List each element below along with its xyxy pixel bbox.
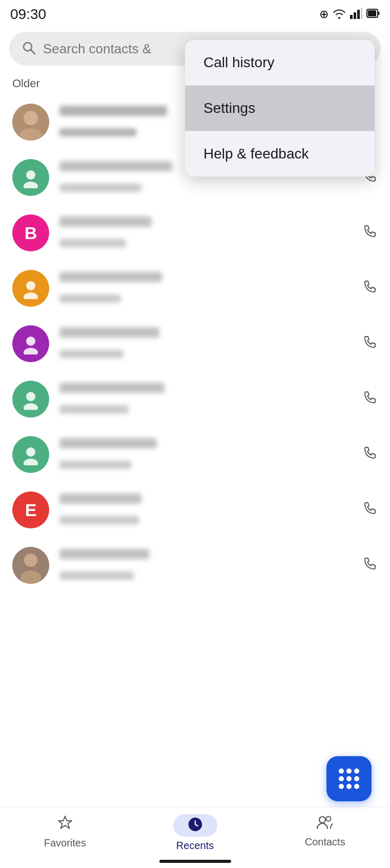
dropdown-item-settings[interactable]: Settings <box>185 86 375 131</box>
location-icon: ⊕ <box>319 8 329 21</box>
avatar: B <box>12 214 49 251</box>
avatar <box>12 159 49 196</box>
contact-name <box>59 327 159 338</box>
avatar <box>12 270 49 307</box>
contact-time <box>59 571 134 580</box>
contact-time <box>59 516 139 524</box>
svg-point-17 <box>24 348 38 354</box>
call-icon[interactable] <box>362 224 378 243</box>
dialpad-grid-icon <box>339 768 359 789</box>
nav-label-recents: Recents <box>176 840 214 852</box>
svg-point-31 <box>326 817 331 821</box>
svg-marker-25 <box>58 816 72 828</box>
contact-time <box>59 405 129 413</box>
svg-point-13 <box>24 182 38 188</box>
call-icon[interactable] <box>362 556 378 575</box>
contact-name <box>59 383 165 393</box>
nav-item-favorites[interactable]: Favorites <box>0 814 130 849</box>
status-bar: 09:30 ⊕ <box>0 0 390 27</box>
contact-info <box>59 549 362 582</box>
svg-rect-6 <box>378 12 380 15</box>
svg-rect-0 <box>350 15 353 19</box>
avatar <box>12 436 49 473</box>
svg-point-19 <box>24 403 38 410</box>
svg-point-21 <box>24 459 38 465</box>
nav-item-recents[interactable]: Recents <box>130 814 260 852</box>
contact-time <box>59 294 121 303</box>
nav-item-contacts[interactable]: Contacts <box>260 814 390 848</box>
list-item[interactable]: E <box>0 482 390 538</box>
dropdown-item-call-history[interactable]: Call history <box>185 40 375 86</box>
contact-name <box>59 438 157 448</box>
dropdown-menu: Call history Settings Help & feedback <box>185 40 375 176</box>
avatar <box>12 104 49 141</box>
avatar <box>12 325 49 362</box>
list-item[interactable] <box>0 538 390 593</box>
contacts-icon <box>316 814 334 833</box>
call-icon[interactable] <box>362 390 378 409</box>
svg-point-10 <box>24 111 38 125</box>
svg-rect-5 <box>368 10 376 16</box>
contact-time <box>59 239 126 247</box>
list-item[interactable]: B <box>0 205 390 261</box>
contact-name <box>59 161 172 171</box>
svg-point-12 <box>26 170 35 180</box>
list-item[interactable] <box>0 261 390 316</box>
contact-info <box>59 272 362 305</box>
contact-time <box>59 128 136 136</box>
contact-name <box>59 549 149 559</box>
contact-info <box>59 216 362 249</box>
contact-info <box>59 494 362 526</box>
wifi-icon <box>333 8 346 21</box>
nav-label-contacts: Contacts <box>305 836 345 848</box>
svg-rect-2 <box>357 10 360 19</box>
battery-icon <box>366 8 380 21</box>
svg-line-8 <box>31 50 35 54</box>
dropdown-item-help-feedback[interactable]: Help & feedback <box>185 131 375 176</box>
search-icon <box>22 41 36 57</box>
contact-info <box>59 327 362 360</box>
contact-name <box>59 216 152 227</box>
svg-point-15 <box>24 292 38 299</box>
list-item[interactable] <box>0 427 390 482</box>
svg-point-30 <box>319 817 325 823</box>
bottom-nav: Favorites Recents Contacts <box>0 806 390 868</box>
contact-time <box>59 350 124 358</box>
dialpad-fab[interactable] <box>326 756 372 801</box>
avatar <box>12 381 49 418</box>
contact-info <box>59 383 362 416</box>
contact-time <box>59 184 141 192</box>
svg-point-23 <box>24 554 37 567</box>
signal-icon <box>350 8 362 21</box>
status-time: 09:30 <box>10 6 46 23</box>
svg-point-14 <box>26 281 35 290</box>
call-icon[interactable] <box>362 445 378 464</box>
svg-point-18 <box>26 392 35 401</box>
contact-name <box>59 106 167 116</box>
home-indicator <box>159 860 231 863</box>
avatar <box>12 547 49 584</box>
search-input-placeholder: Search contacts & <box>43 41 151 57</box>
contact-name <box>59 272 162 282</box>
status-icons: ⊕ <box>319 8 380 21</box>
call-icon[interactable] <box>362 279 378 298</box>
svg-point-16 <box>26 337 35 346</box>
list-item[interactable] <box>0 316 390 371</box>
svg-point-7 <box>24 43 32 51</box>
favorites-icon <box>57 814 73 834</box>
recents-active-bg <box>173 814 217 837</box>
call-icon[interactable] <box>362 334 378 353</box>
avatar: E <box>12 491 49 528</box>
list-item[interactable] <box>0 371 390 427</box>
contact-info <box>59 438 362 471</box>
nav-label-favorites: Favorites <box>44 837 86 849</box>
svg-rect-1 <box>354 12 356 19</box>
contact-time <box>59 461 131 469</box>
svg-rect-3 <box>361 8 362 19</box>
call-icon[interactable] <box>362 501 378 520</box>
contact-name <box>59 494 141 504</box>
svg-point-20 <box>26 447 35 457</box>
